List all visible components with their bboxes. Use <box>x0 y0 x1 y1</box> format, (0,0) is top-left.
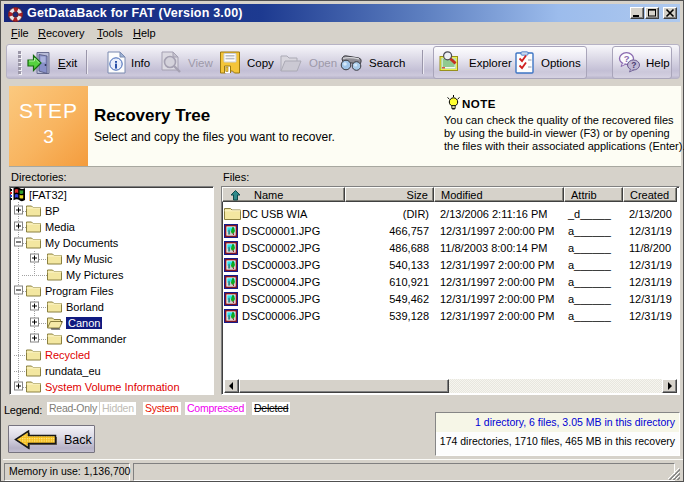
svg-text:?: ? <box>631 60 636 70</box>
